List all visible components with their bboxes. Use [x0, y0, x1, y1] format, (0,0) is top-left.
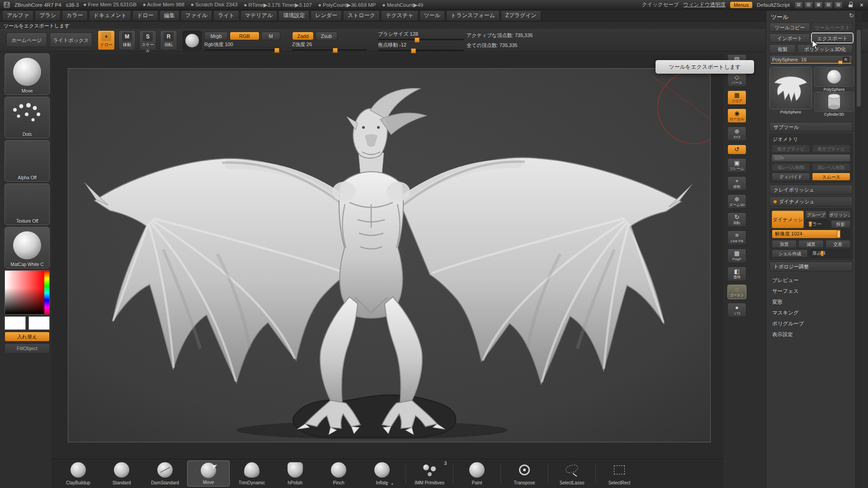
- document-viewport[interactable]: [68, 68, 711, 442]
- slider-track[interactable]: [292, 49, 367, 51]
- window-opacity-button[interactable]: ウィンドウ透明度: [684, 1, 726, 8]
- geometry-header[interactable]: ジオメトリ: [772, 136, 850, 143]
- menu-item[interactable]: ドキュメント: [89, 10, 132, 21]
- dynamesh-button[interactable]: ダイナメッシュ: [772, 211, 804, 228]
- quicksave-button[interactable]: クイックセーブ: [642, 1, 679, 8]
- right-shelf-button[interactable]: ≡ Line Fill: [727, 230, 746, 245]
- menu-item[interactable]: ドロー: [132, 10, 158, 21]
- menus-toggle-button[interactable]: Menus: [730, 2, 752, 8]
- brush-button[interactable]: Move: [187, 460, 230, 487]
- dynamesh-section-bar[interactable]: ダイナメッシュ: [769, 197, 853, 206]
- right-shelf-button[interactable]: ◌ ゴースト: [727, 285, 746, 299]
- brush-button[interactable]: hPolish: [274, 460, 316, 487]
- brush-button[interactable]: Paint: [456, 460, 498, 487]
- tool-clone-button[interactable]: 複製: [769, 44, 796, 53]
- menu-item[interactable]: Zプラグイン: [501, 10, 541, 21]
- alpha-thumbnail[interactable]: Alpha Off: [5, 140, 50, 182]
- right-shelf-button[interactable]: ↻ 回転: [727, 212, 746, 227]
- right-shelf-button[interactable]: ● ソロ: [727, 303, 746, 317]
- material-thumbnail[interactable]: [183, 31, 202, 51]
- right-shelf-button[interactable]: + 移動: [727, 176, 746, 191]
- dynamesh-add-button[interactable]: 加算: [772, 240, 797, 248]
- canvas-zone[interactable]: [52, 53, 723, 459]
- tool-slider-handle[interactable]: [838, 61, 843, 64]
- mrgb-button[interactable]: Mrgb: [204, 32, 228, 40]
- tool-name-slider[interactable]: PolySphere. 16 R: [769, 55, 853, 64]
- lightbox-button[interactable]: ライトボックス: [50, 33, 92, 47]
- menu-item[interactable]: ライト: [213, 10, 239, 21]
- focal-shift-slider[interactable]: 焦点移動 -12: [378, 42, 464, 51]
- right-shelf-button[interactable]: ◇ パース: [727, 72, 746, 87]
- titlebar-icon[interactable]: ▥: [804, 1, 813, 9]
- menu-item[interactable]: マテリアル: [241, 10, 277, 21]
- z-intensity-slider[interactable]: Z強度 26: [292, 41, 367, 51]
- current-brush-thumbnail[interactable]: Move: [5, 53, 50, 95]
- right-shelf-button[interactable]: ↺: [727, 145, 746, 155]
- m-button[interactable]: M: [261, 32, 280, 40]
- dynamesh-resolution-slider[interactable]: 解像度 1024: [772, 230, 850, 239]
- smooth-toggle-button[interactable]: スムース: [812, 173, 850, 181]
- sdiv-slider[interactable]: SDiv: [772, 154, 850, 162]
- tool-copy-button[interactable]: ツールコピー: [769, 23, 810, 32]
- menu-item[interactable]: レンダー: [311, 10, 342, 21]
- blur-slider-handle[interactable]: [809, 221, 812, 227]
- homepage-button[interactable]: ホームページ: [6, 33, 47, 47]
- right-shelf-button[interactable]: ⊕ ズーム3D: [727, 194, 746, 209]
- thickness-slider-handle[interactable]: [821, 251, 824, 256]
- slider-handle[interactable]: [411, 48, 416, 53]
- reload-icon[interactable]: ↻: [849, 12, 854, 19]
- subtool-section-bar[interactable]: サブツール: [769, 122, 853, 132]
- edit-mode-button[interactable]: S スケール: [139, 30, 156, 50]
- menu-item[interactable]: アルファ: [2, 10, 33, 21]
- brush-button[interactable]: Transpose: [503, 460, 546, 487]
- divide-button[interactable]: ディバイド: [772, 173, 810, 181]
- right-shelf-button[interactable]: ⊕ XYZ: [727, 127, 746, 141]
- shell-thickness-slider[interactable]: 厚み 4: [810, 249, 850, 258]
- close-icon[interactable]: ×: [859, 1, 864, 9]
- titlebar-icon[interactable]: ▨: [834, 1, 843, 9]
- tool-import-button[interactable]: インポート: [769, 33, 810, 42]
- slider-handle[interactable]: [274, 48, 279, 53]
- material-tray-thumbnail[interactable]: MatCap White C: [5, 227, 50, 268]
- titlebar-icon[interactable]: ▤: [794, 1, 803, 9]
- tool-palette-section[interactable]: プレビュー: [769, 275, 853, 285]
- edit-mode-button[interactable]: R 回転: [160, 30, 177, 50]
- dynamesh-polish-button[interactable]: ポリッシュ: [829, 211, 850, 219]
- brush-button[interactable]: Pinch: [317, 460, 360, 487]
- brush-button[interactable]: DamStandard: [144, 460, 186, 487]
- color-picker-hue-strip[interactable]: [44, 271, 49, 314]
- stroke-thumbnail[interactable]: Dots: [5, 97, 50, 138]
- delete-lower-button[interactable]: 低レベル削除: [772, 163, 810, 171]
- primary-color-swatch[interactable]: [5, 316, 26, 330]
- menu-item[interactable]: トランスフォーム: [446, 10, 500, 21]
- resolution-handle[interactable]: [837, 230, 840, 238]
- menu-item[interactable]: 環境設定: [278, 10, 309, 21]
- menu-item[interactable]: 編集: [160, 10, 179, 21]
- fill-object-button[interactable]: FillObject: [5, 343, 50, 353]
- menu-item[interactable]: ブラシ: [35, 10, 61, 21]
- tool-palette-section[interactable]: 表示設定: [769, 329, 853, 339]
- brush-size-slider[interactable]: ブラシサイズ 128: [378, 31, 464, 40]
- secondary-color-swatch[interactable]: [28, 316, 50, 330]
- lower-res-button[interactable]: 低サブディビ: [772, 145, 810, 153]
- dynamesh-groups-button[interactable]: グループ: [805, 211, 827, 219]
- right-shelf-button[interactable]: ◧ 透明: [727, 267, 746, 281]
- dynamesh-project-button[interactable]: 投影: [831, 220, 850, 228]
- brush-button[interactable]: ClayBuildup: [57, 460, 99, 487]
- tray-divider-handle[interactable]: ▲▼: [385, 483, 396, 486]
- menu-item[interactable]: テクスチャ: [381, 10, 418, 21]
- swap-color-button[interactable]: 入れ替え: [5, 332, 50, 342]
- brush-button[interactable]: SelectRect: [598, 460, 641, 487]
- zadd-button[interactable]: Zadd: [292, 32, 314, 40]
- right-shelf-button[interactable]: ▦ PolyF: [727, 249, 746, 263]
- rgb-intensity-slider[interactable]: Rgb強度 100: [204, 41, 280, 51]
- panel-scrollbar-thumb[interactable]: [857, 30, 861, 107]
- delete-higher-button[interactable]: 高レベル削除: [812, 163, 850, 171]
- brush-button[interactable]: Standard: [100, 460, 143, 487]
- brush-button[interactable]: TrimDynamic: [231, 460, 273, 487]
- menu-item[interactable]: ストローク: [343, 10, 380, 21]
- brush-button[interactable]: Inflate: [361, 460, 403, 487]
- panel-scrollbar[interactable]: [855, 11, 862, 488]
- color-picker[interactable]: [5, 270, 50, 314]
- higher-res-button[interactable]: 高サブディビ: [812, 145, 850, 153]
